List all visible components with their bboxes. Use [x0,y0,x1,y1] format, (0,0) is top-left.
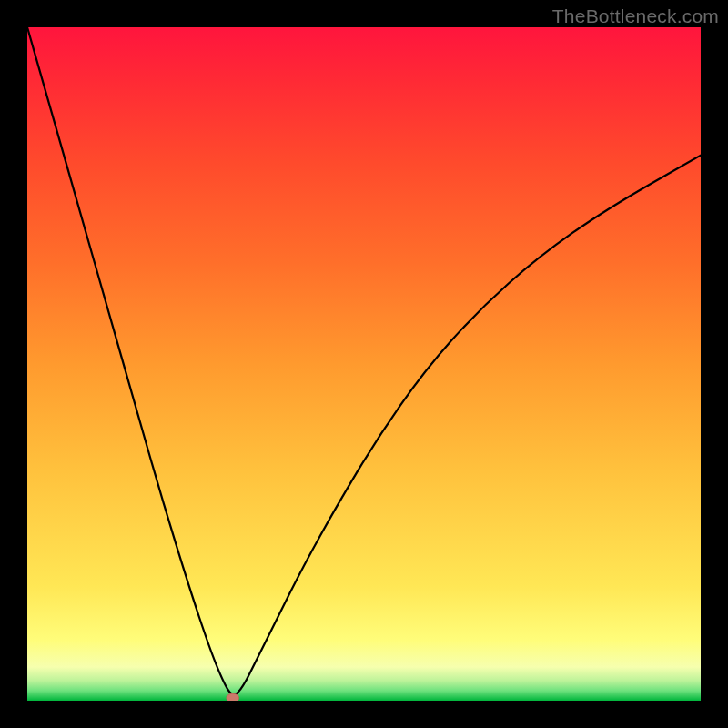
bottleneck-curve [27,27,701,694]
curve-layer [27,27,701,701]
plot-area [27,27,701,701]
optimum-marker [227,693,239,701]
chart-frame: TheBottleneck.com [0,0,728,728]
watermark-text: TheBottleneck.com [552,5,719,27]
